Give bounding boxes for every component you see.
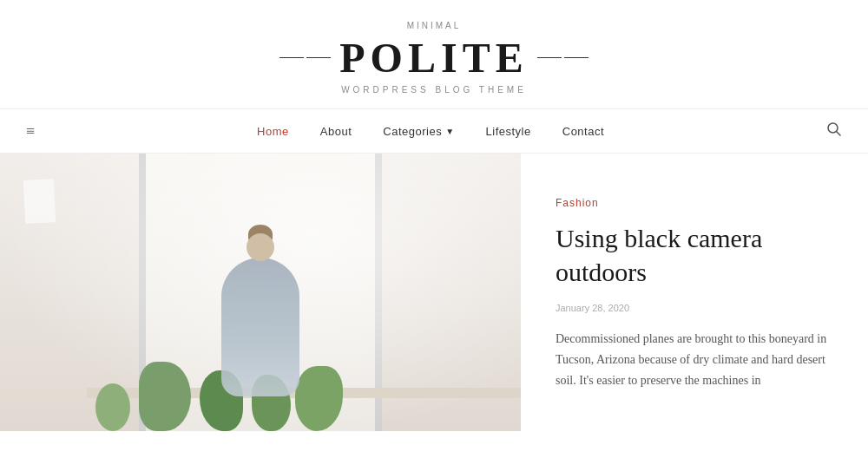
- featured-image: [0, 154, 521, 431]
- nav-item-contact[interactable]: Contact: [562, 123, 604, 139]
- logo-row: POLITE: [0, 34, 868, 82]
- plant-1: [139, 362, 191, 431]
- article-title[interactable]: Using black camera outdoors: [556, 221, 833, 289]
- figure-head: [247, 233, 274, 261]
- nav-link-about[interactable]: About: [320, 125, 352, 138]
- site-header: MINIMAL POLITE WORDPRESS BLOG THEME: [0, 0, 868, 109]
- nav-item-lifestyle[interactable]: Lifestyle: [486, 123, 531, 139]
- article-excerpt: Decommissioned planes are brought to thi…: [556, 329, 833, 390]
- nav-item-categories[interactable]: Categories ▼: [383, 125, 454, 138]
- article-info-panel: Fashion Using black camera outdoors Janu…: [521, 154, 868, 431]
- nav-link-contact[interactable]: Contact: [562, 125, 604, 138]
- logo-decoration-right: [537, 57, 589, 59]
- article-category[interactable]: Fashion: [556, 197, 833, 209]
- svg-line-1: [837, 132, 841, 136]
- wall-note-decoration: [23, 179, 56, 224]
- nav-item-home[interactable]: Home: [257, 123, 289, 139]
- figure-silhouette: [221, 258, 299, 396]
- nav-link-categories[interactable]: Categories ▼: [383, 125, 454, 138]
- nav-links: Home About Categories ▼ Lifestyle Contac…: [257, 123, 604, 139]
- plant-5: [95, 383, 130, 431]
- logo-decoration-left: [279, 57, 331, 59]
- chevron-down-icon: ▼: [445, 127, 454, 136]
- nav-link-lifestyle[interactable]: Lifestyle: [486, 125, 531, 138]
- main-nav: ≡ Home About Categories ▼ Lifestyle Cont…: [0, 109, 868, 154]
- nav-item-about[interactable]: About: [320, 123, 352, 139]
- site-tagline: MINIMAL: [0, 21, 868, 30]
- article-date: January 28, 2020: [556, 303, 833, 313]
- svg-point-0: [828, 123, 838, 133]
- hamburger-menu-icon[interactable]: ≡: [26, 122, 35, 141]
- site-title: POLITE: [339, 34, 528, 82]
- search-icon[interactable]: [826, 121, 842, 141]
- site-subtitle: WORDPRESS BLOG THEME: [0, 85, 868, 95]
- main-content: Fashion Using black camera outdoors Janu…: [0, 154, 868, 431]
- featured-image-wrap[interactable]: [0, 154, 521, 431]
- nav-link-home[interactable]: Home: [257, 125, 289, 138]
